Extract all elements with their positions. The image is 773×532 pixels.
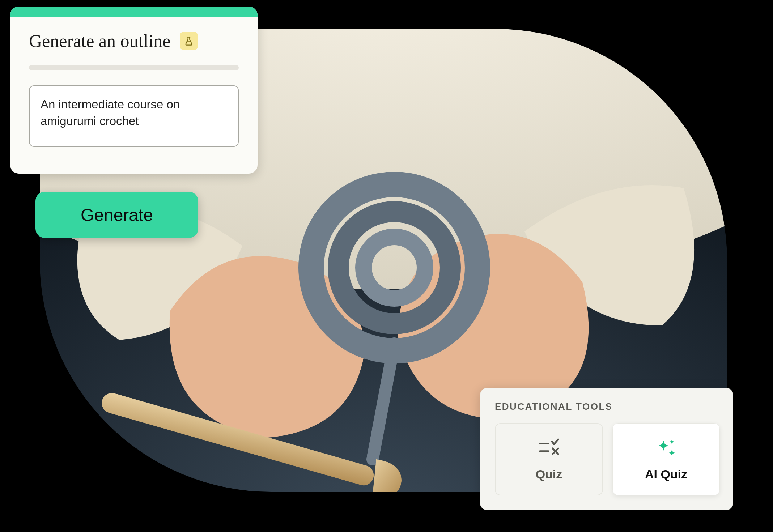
tool-tile-quiz[interactable]: Quiz	[495, 423, 603, 495]
generate-outline-title: Generate an outline	[29, 30, 170, 51]
generate-outline-card: Generate an outline	[10, 7, 258, 174]
card-accent-stripe	[10, 7, 258, 17]
outline-progress-bar	[29, 65, 239, 70]
sparkle-icon	[655, 438, 678, 460]
checklist-icon	[538, 438, 560, 460]
course-description-input[interactable]	[29, 85, 239, 147]
tool-tile-ai-quiz[interactable]: AI Quiz	[612, 423, 720, 495]
generate-button[interactable]: Generate	[35, 192, 198, 238]
beaker-icon	[180, 32, 198, 50]
educational-tools-card: EDUCATIONAL TOOLS Quiz	[480, 388, 733, 510]
tool-tile-label: AI Quiz	[645, 467, 687, 481]
educational-tools-heading: EDUCATIONAL TOOLS	[495, 401, 720, 412]
tool-tile-label: Quiz	[536, 467, 562, 481]
